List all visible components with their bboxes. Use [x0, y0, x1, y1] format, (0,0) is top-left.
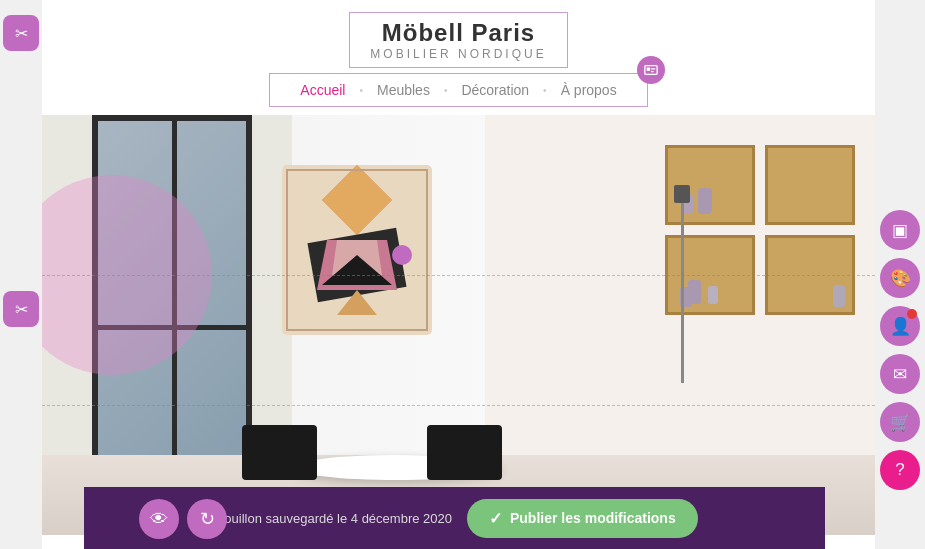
- site-header: Möbell Paris Mobilier Nordique Accueil •…: [42, 0, 875, 115]
- wall-art-svg: [282, 145, 432, 345]
- right-toolbar: ▣ 🎨 👤 ✉ 🛒 ?: [875, 0, 925, 549]
- publish-button[interactable]: ✓ Publier les modifications: [467, 499, 698, 538]
- nav-dot-2: •: [444, 85, 448, 96]
- palette-button[interactable]: 🎨: [880, 258, 920, 298]
- hero-section: [42, 115, 875, 535]
- scissors-icon-2: ✂: [15, 300, 28, 319]
- monitor-icon: ▣: [892, 220, 908, 241]
- floor-lamp: [674, 185, 690, 383]
- check-icon: ✓: [489, 509, 502, 528]
- vase-3: [833, 285, 845, 307]
- site-subtitle: Mobilier Nordique: [370, 47, 546, 61]
- question-icon: ?: [895, 460, 904, 480]
- mail-button[interactable]: ✉: [880, 354, 920, 394]
- site-title: Möbell Paris: [370, 19, 546, 47]
- nav-accueil[interactable]: Accueil: [300, 82, 345, 98]
- nav-dot-3: •: [543, 85, 547, 96]
- vase-5: [708, 286, 718, 304]
- lamp-pole: [681, 203, 684, 383]
- left-toolbar: ✂ ✂: [0, 0, 42, 549]
- bottom-left-buttons: 👁 ↻: [139, 499, 227, 539]
- guide-line-top: [42, 275, 875, 276]
- left-top-button[interactable]: ✂: [3, 15, 39, 51]
- basket-button[interactable]: 🛒: [880, 402, 920, 442]
- help-button[interactable]: ?: [880, 450, 920, 490]
- nav-badge: [637, 56, 665, 84]
- page-content: Möbell Paris Mobilier Nordique Accueil •…: [42, 0, 875, 549]
- eye-icon: 👁: [150, 509, 168, 530]
- palette-icon: 🎨: [890, 268, 911, 289]
- nav-decoration[interactable]: Décoration: [461, 82, 529, 98]
- scissors-icon: ✂: [15, 24, 28, 43]
- svg-rect-2: [651, 68, 655, 69]
- vase-2: [698, 188, 712, 214]
- chair-right-seat: [427, 425, 502, 480]
- history-button[interactable]: ↻: [187, 499, 227, 539]
- logo-box: Möbell Paris Mobilier Nordique: [349, 12, 567, 68]
- nav-meubles[interactable]: Meubles: [377, 82, 430, 98]
- basket-icon: 🛒: [890, 412, 911, 433]
- nav-apropos[interactable]: À propos: [561, 82, 617, 98]
- nav-dot-1: •: [359, 85, 363, 96]
- preview-button[interactable]: 👁: [139, 499, 179, 539]
- user-icon: 👤: [890, 316, 911, 337]
- draft-saved-text: Brouillon sauvegardé le 4 décembre 2020: [211, 511, 452, 526]
- history-icon: ↻: [200, 508, 215, 530]
- guide-line-bottom: [42, 405, 875, 406]
- mail-icon: ✉: [893, 364, 907, 385]
- publish-label: Publier les modifications: [510, 510, 676, 526]
- chair-left-seat: [242, 425, 317, 480]
- left-mid-button[interactable]: ✂: [3, 291, 39, 327]
- shelf-tr: [765, 145, 855, 225]
- svg-rect-3: [651, 71, 654, 72]
- guide-dot-top[interactable]: [392, 245, 412, 265]
- bottom-bar: 👁 ↻ Brouillon sauvegardé le 4 décembre 2…: [84, 487, 825, 549]
- shelf-grid: [665, 145, 855, 315]
- svg-rect-1: [646, 67, 650, 71]
- monitor-button[interactable]: ▣: [880, 210, 920, 250]
- site-nav: Accueil • Meubles • Décoration • À propo…: [269, 73, 647, 107]
- lamp-head: [674, 185, 690, 203]
- user-button[interactable]: 👤: [880, 306, 920, 346]
